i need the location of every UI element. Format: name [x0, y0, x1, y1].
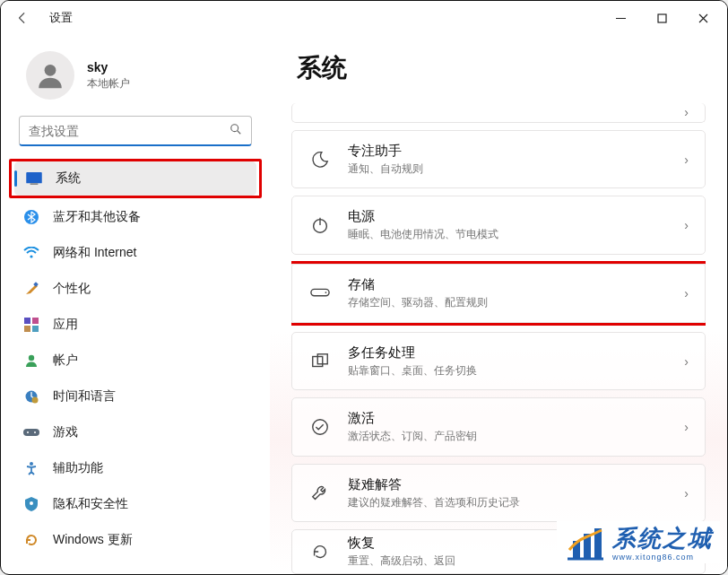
card-power[interactable]: 电源 睡眠、电池使用情况、节电模式 › [291, 196, 706, 255]
nav: 系统 蓝牙和其他设备 网络和 Internet [1, 157, 270, 557]
nav-windows-update[interactable]: Windows 更新 [12, 523, 259, 557]
card-storage[interactable]: 存储 存储空间、驱动器、配置规则 › [291, 264, 706, 323]
card-multitasking[interactable]: 多任务处理 贴靠窗口、桌面、任务切换 › [291, 332, 706, 391]
nav-label: 蓝牙和其他设备 [53, 209, 141, 225]
card-subtitle: 睡眠、电池使用情况、节电模式 [348, 227, 668, 242]
nav-time-language[interactable]: 时间和语言 [12, 379, 259, 414]
svg-point-20 [30, 462, 33, 466]
svg-point-2 [45, 65, 56, 76]
chevron-right-icon: › [684, 486, 689, 501]
svg-rect-1 [658, 14, 666, 22]
brush-icon [22, 280, 40, 298]
chevron-right-icon: › [684, 286, 689, 301]
svg-point-21 [30, 501, 33, 505]
check-circle-icon [308, 415, 332, 439]
card-title: 专注助手 [348, 143, 668, 160]
svg-point-3 [231, 125, 238, 132]
nav-label: 应用 [53, 317, 78, 333]
main-content: 系统 › 专注助手 通知、自动规则 › [270, 35, 727, 574]
app-title: 设置 [49, 10, 73, 26]
watermark: 系统之城 www.xitong86.com [557, 521, 720, 563]
nav-apps[interactable]: 应用 [12, 308, 259, 342]
minimize-button[interactable] [600, 4, 641, 32]
close-button[interactable] [682, 4, 724, 32]
apps-icon [22, 316, 40, 334]
shield-icon [22, 495, 40, 513]
nav-label: 系统 [56, 170, 81, 187]
nav-label: Windows 更新 [53, 532, 133, 548]
search-box[interactable] [19, 116, 252, 146]
nav-gaming[interactable]: 游戏 [12, 415, 259, 449]
card-subtitle: 贴靠窗口、桌面、任务切换 [348, 363, 668, 379]
nav-bluetooth[interactable]: 蓝牙和其他设备 [12, 200, 259, 234]
nav-accessibility[interactable]: 辅助功能 [12, 451, 259, 485]
svg-point-14 [29, 355, 34, 361]
card-title: 电源 [348, 208, 668, 225]
card-title: 存储 [348, 276, 668, 293]
gamepad-icon [22, 423, 40, 441]
titlebar: 设置 [1, 1, 727, 35]
svg-point-18 [27, 431, 29, 433]
search-icon [230, 123, 242, 138]
power-icon [308, 213, 332, 237]
chevron-right-icon: › [684, 354, 689, 369]
svg-rect-11 [32, 318, 39, 324]
card-focus-assist[interactable]: 专注助手 通知、自动规则 › [291, 130, 706, 189]
svg-rect-9 [33, 282, 39, 287]
svg-rect-6 [30, 183, 39, 185]
card-title: 多任务处理 [348, 344, 668, 362]
svg-point-25 [325, 292, 327, 293]
multitask-icon [308, 350, 332, 373]
nav-personalization[interactable]: 个性化 [12, 272, 259, 306]
svg-line-4 [238, 131, 241, 135]
bluetooth-icon [22, 208, 40, 226]
card-troubleshoot[interactable]: 疑难解答 建议的疑难解答、首选项和历史记录 › [291, 464, 706, 523]
user-name: sky [87, 60, 130, 74]
watermark-text: 系统之城 [612, 523, 713, 554]
person-icon [22, 352, 40, 370]
card-title: 激活 [348, 410, 668, 427]
wrench-icon [308, 482, 332, 505]
nav-label: 时间和语言 [53, 388, 116, 405]
chevron-right-icon: › [684, 420, 689, 434]
highlight-system: 系统 [9, 159, 262, 198]
nav-label: 网络和 Internet [53, 245, 136, 261]
chevron-right-icon: › [684, 218, 689, 232]
svg-rect-13 [32, 326, 39, 332]
watermark-logo [564, 525, 605, 561]
svg-rect-0 [616, 18, 626, 19]
nav-label: 帐户 [53, 353, 78, 369]
card-subtitle: 存储空间、驱动器、配置规则 [348, 295, 668, 310]
card-activation[interactable]: 激活 激活状态、订阅、产品密钥 › [291, 397, 706, 457]
nav-label: 游戏 [53, 424, 78, 440]
search-input[interactable] [29, 124, 230, 138]
storage-icon [308, 282, 332, 305]
settings-window: 设置 sky 本地帐户 [0, 0, 728, 575]
accessibility-icon [22, 459, 40, 477]
back-button[interactable] [8, 4, 37, 32]
card-title: 疑难解答 [348, 476, 668, 493]
chevron-right-icon: › [684, 152, 689, 167]
svg-rect-5 [26, 172, 42, 183]
nav-privacy[interactable]: 隐私和安全性 [12, 487, 259, 521]
recovery-icon [308, 540, 332, 563]
user-profile[interactable]: sky 本地帐户 [1, 42, 270, 116]
svg-rect-10 [24, 318, 30, 324]
maximize-button[interactable] [641, 4, 682, 32]
nav-system[interactable]: 系统 [14, 161, 256, 196]
sidebar: sky 本地帐户 系统 [1, 35, 270, 574]
svg-rect-17 [23, 429, 39, 436]
wifi-icon [22, 244, 40, 262]
moon-icon [308, 148, 332, 171]
card-subtitle: 通知、自动规则 [348, 161, 668, 177]
card-peek-previous[interactable]: › [291, 103, 706, 123]
nav-accounts[interactable]: 帐户 [12, 344, 259, 378]
card-subtitle: 建议的疑难解答、首选项和历史记录 [348, 495, 668, 510]
svg-point-19 [34, 431, 36, 433]
globe-clock-icon [22, 388, 40, 405]
svg-point-16 [32, 397, 39, 404]
window-controls [600, 4, 724, 32]
nav-network[interactable]: 网络和 Internet [12, 236, 259, 270]
page-title: 系统 [291, 51, 706, 85]
nav-label: 隐私和安全性 [53, 496, 128, 512]
